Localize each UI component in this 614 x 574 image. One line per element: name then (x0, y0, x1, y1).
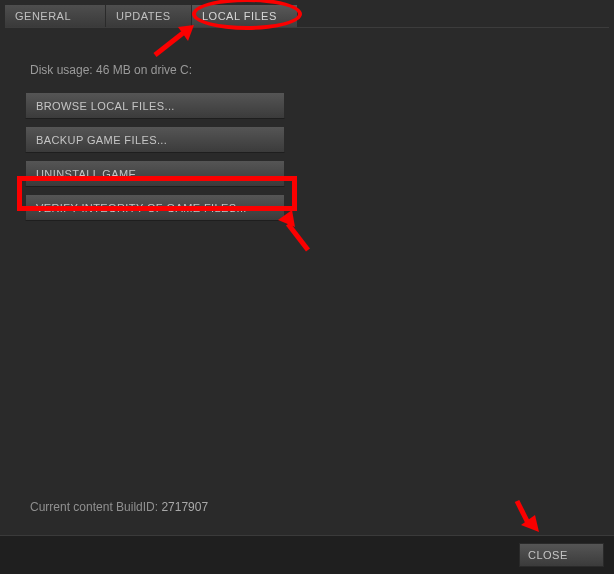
tab-bar: GENERAL UPDATES LOCAL FILES (0, 0, 614, 27)
build-id-prefix: Current content BuildID: (30, 500, 161, 514)
verify-integrity-button[interactable]: VERIFY INTEGRITY OF GAME FILES... (25, 194, 285, 221)
browse-local-files-button[interactable]: BROWSE LOCAL FILES... (25, 92, 285, 119)
annotation-arrow-to-verify (278, 210, 318, 255)
disk-usage-prefix: Disk usage: (30, 63, 96, 77)
build-id-label: Current content BuildID: 2717907 (30, 500, 208, 514)
build-id-value: 2717907 (161, 500, 208, 514)
svg-marker-1 (278, 210, 295, 227)
disk-usage-value: 46 MB on drive C: (96, 63, 192, 77)
backup-game-files-button[interactable]: BACKUP GAME FILES... (25, 126, 285, 153)
disk-usage-label: Disk usage: 46 MB on drive C: (30, 63, 589, 77)
tab-updates[interactable]: UPDATES (106, 5, 191, 27)
tab-general[interactable]: GENERAL (5, 5, 105, 27)
annotation-arrow-to-tab (150, 25, 195, 60)
uninstall-game-button[interactable]: UNINSTALL GAME... (25, 160, 285, 187)
close-button[interactable]: CLOSE (519, 543, 604, 567)
annotation-arrow-to-close (505, 497, 540, 539)
dialog-footer: CLOSE (0, 535, 614, 574)
tab-local-files[interactable]: LOCAL FILES (192, 5, 297, 27)
